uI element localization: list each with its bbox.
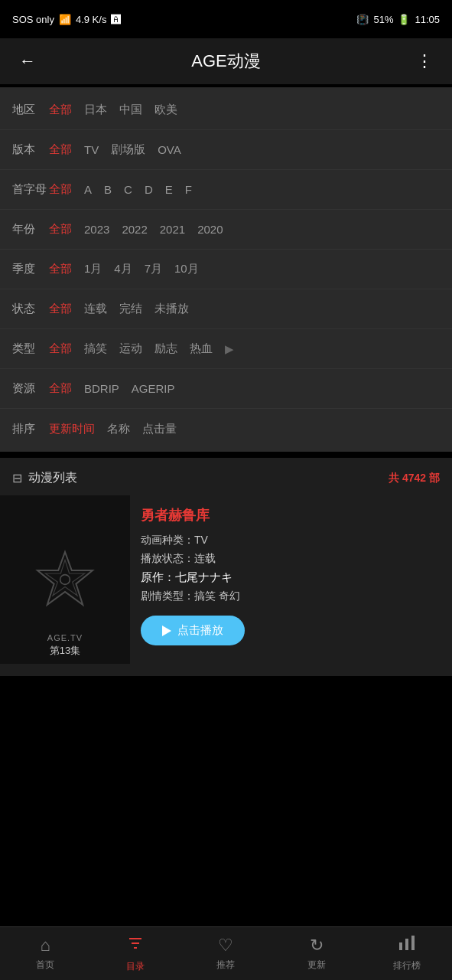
list-count-suffix: 部 xyxy=(429,472,440,484)
list-title: ⊟ 动漫列表 xyxy=(12,470,77,486)
filter-options-letter: 全部 A B C D E F xyxy=(49,182,192,197)
filter-label-status: 状态 xyxy=(12,302,49,316)
filter-options-status: 全部 连载 完结 未播放 xyxy=(49,302,189,316)
filter-options-genre: 全部 搞笑 运动 励志 热血 ▶ xyxy=(49,341,234,356)
status-left: SOS only 📶 4.9 K/s 🅰 xyxy=(12,14,121,25)
status-right: 📳 51% 🔋 11:05 xyxy=(356,14,440,25)
filter-option-season-all[interactable]: 全部 xyxy=(49,262,72,276)
nav-item-recommend[interactable]: ♡ 推荐 xyxy=(195,936,256,972)
filter-section: 地区 全部 日本 中国 欧美 版本 全部 TV 剧场版 OVA 首字母 全部 A… xyxy=(0,87,452,452)
filter-option-genre-all[interactable]: 全部 xyxy=(49,341,72,356)
filter-icon xyxy=(126,934,145,957)
filter-option-genre-comedy[interactable]: 搞笑 xyxy=(84,341,107,356)
filter-option-sort-clicks[interactable]: 点击量 xyxy=(142,422,177,436)
filter-option-status-ended[interactable]: 完结 xyxy=(119,302,142,316)
filter-option-version-tv[interactable]: TV xyxy=(84,143,99,156)
filter-option-source-bdrip[interactable]: BDRIP xyxy=(84,382,119,395)
app-icon: 🅰 xyxy=(111,14,121,25)
filter-option-region-west[interactable]: 欧美 xyxy=(154,103,177,117)
filter-label-version: 版本 xyxy=(12,142,49,157)
filter-option-region-china[interactable]: 中国 xyxy=(119,103,142,117)
filter-option-letter-a[interactable]: A xyxy=(84,183,92,196)
svg-rect-6 xyxy=(399,942,402,950)
filter-option-genre-more[interactable]: ▶ xyxy=(225,342,234,356)
heart-icon: ♡ xyxy=(218,936,233,956)
anime-author-value: 七尾ナナキ xyxy=(175,570,233,583)
filter-option-season-oct[interactable]: 10月 xyxy=(174,262,199,276)
filter-options-sort: 更新时间 名称 点击量 xyxy=(49,422,177,436)
anime-genre: 剧情类型：搞笑 奇幻 xyxy=(141,590,443,603)
anime-meta: 动画种类：TV 播放状态：连载 原作：七尾ナナキ 剧情类型：搞笑 奇幻 xyxy=(141,534,443,603)
play-button[interactable]: 点击播放 xyxy=(141,616,245,645)
battery-icon: 🔋 xyxy=(398,14,410,25)
anime-genre-label: 剧情类型： xyxy=(141,590,194,602)
filter-option-region-japan[interactable]: 日本 xyxy=(84,103,107,117)
nav-label-recommend: 推荐 xyxy=(216,959,235,972)
nav-label-ranking: 排行榜 xyxy=(393,959,421,972)
anime-genre-value: 搞笑 奇幻 xyxy=(194,590,240,602)
filter-option-year-2022[interactable]: 2022 xyxy=(122,223,147,236)
nav-item-update[interactable]: ↻ 更新 xyxy=(286,936,347,972)
filter-option-season-apr[interactable]: 4月 xyxy=(114,262,132,276)
battery-label: 51% xyxy=(373,14,393,25)
episode-label: 第13集 xyxy=(50,644,80,658)
home-icon: ⌂ xyxy=(40,936,50,956)
filter-option-status-airing[interactable]: 连载 xyxy=(84,302,107,316)
anime-thumbnail[interactable]: AGE.TV 第13集 xyxy=(0,495,130,664)
back-button[interactable]: ← xyxy=(12,51,43,71)
filter-row-sort: 排序 更新时间 名称 点击量 xyxy=(0,409,452,449)
filter-option-season-jul[interactable]: 7月 xyxy=(145,262,162,276)
filter-option-status-all[interactable]: 全部 xyxy=(49,302,72,316)
status-bar: SOS only 📶 4.9 K/s 🅰 📳 51% 🔋 11:05 xyxy=(0,0,452,38)
anime-author: 原作：七尾ナナキ xyxy=(141,570,443,585)
anime-type: 动画种类：TV xyxy=(141,534,443,547)
filter-option-region-all[interactable]: 全部 xyxy=(49,103,72,117)
site-watermark: AGE.TV xyxy=(47,633,83,642)
filter-label-sort: 排序 xyxy=(12,422,49,436)
filter-option-source-agerip[interactable]: AGERIP xyxy=(132,382,175,395)
filter-option-letter-all[interactable]: 全部 xyxy=(49,182,72,197)
filter-option-season-jan[interactable]: 1月 xyxy=(84,262,102,276)
anime-logo-icon xyxy=(34,549,96,610)
filter-option-letter-f[interactable]: F xyxy=(185,183,192,196)
anime-type-label: 动画种类： xyxy=(141,534,194,546)
nav-item-home[interactable]: ⌂ 首页 xyxy=(15,936,76,972)
filter-option-genre-action[interactable]: 热血 xyxy=(190,341,213,356)
filter-option-version-all[interactable]: 全部 xyxy=(49,142,72,157)
nav-label-update: 更新 xyxy=(307,959,326,972)
anime-card: AGE.TV 第13集 勇者赫鲁库 动画种类：TV 播放状态：连载 原作：七尾ナ… xyxy=(0,495,452,676)
svg-rect-7 xyxy=(405,939,408,950)
filter-option-year-2021[interactable]: 2021 xyxy=(160,223,185,236)
filter-label-year: 年份 xyxy=(12,222,49,237)
anime-status: 播放状态：连载 xyxy=(141,552,443,566)
filter-options-source: 全部 BDRIP AGERIP xyxy=(49,381,175,396)
speed-label: 4.9 K/s xyxy=(76,14,106,25)
list-icon: ⊟ xyxy=(12,471,22,485)
filter-option-genre-sports[interactable]: 运动 xyxy=(119,341,142,356)
anime-title[interactable]: 勇者赫鲁库 xyxy=(141,506,443,524)
filter-option-version-movie[interactable]: 剧场版 xyxy=(111,142,145,157)
filter-option-year-2020[interactable]: 2020 xyxy=(197,223,223,236)
filter-row-status: 状态 全部 连载 完结 未播放 xyxy=(0,289,452,329)
anime-author-label: 原作： xyxy=(141,570,175,583)
filter-option-version-ova[interactable]: OVA xyxy=(158,143,181,156)
anime-status-label: 播放状态： xyxy=(141,552,194,564)
filter-row-season: 季度 全部 1月 4月 7月 10月 xyxy=(0,250,452,289)
filter-option-status-upcoming[interactable]: 未播放 xyxy=(154,302,189,316)
filter-option-letter-b[interactable]: B xyxy=(104,183,112,196)
filter-option-letter-c[interactable]: C xyxy=(124,183,132,196)
filter-option-source-all[interactable]: 全部 xyxy=(49,381,72,396)
filter-option-letter-d[interactable]: D xyxy=(145,183,153,196)
filter-option-year-all[interactable]: 全部 xyxy=(49,222,72,237)
filter-option-sort-name[interactable]: 名称 xyxy=(107,422,130,436)
sos-label: SOS only xyxy=(12,14,54,25)
nav-item-catalog[interactable]: 目录 xyxy=(105,934,166,973)
nav-item-ranking[interactable]: 排行榜 xyxy=(376,935,437,972)
filter-option-sort-time[interactable]: 更新时间 xyxy=(49,422,95,436)
filter-option-letter-e[interactable]: E xyxy=(165,183,173,196)
filter-option-genre-inspire[interactable]: 励志 xyxy=(154,341,177,356)
filter-row-year: 年份 全部 2023 2022 2021 2020 xyxy=(0,210,452,250)
filter-option-year-2023[interactable]: 2023 xyxy=(84,223,109,236)
more-menu-button[interactable]: ⋮ xyxy=(409,51,440,71)
list-count-number: 4742 xyxy=(402,472,426,484)
